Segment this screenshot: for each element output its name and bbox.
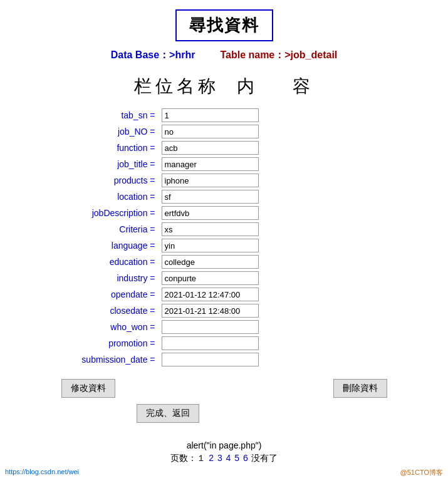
field-input-14[interactable] xyxy=(162,336,259,350)
field-label-10: industry = xyxy=(61,273,162,283)
page-link-4[interactable]: 4 xyxy=(226,453,231,463)
page-link-2[interactable]: 2 xyxy=(209,453,214,463)
field-label-1: job_NO = xyxy=(61,127,162,137)
field-input-2[interactable] xyxy=(162,141,259,155)
field-input-13[interactable] xyxy=(162,320,259,334)
field-label-15: submission_date = xyxy=(61,355,162,365)
page-nav: 页数：１ 2 3 4 5 6 没有了 xyxy=(0,453,448,464)
footer-watermark: @51CTO博客 xyxy=(400,468,443,477)
field-input-6[interactable] xyxy=(162,206,259,220)
field-row: job_NO = xyxy=(61,125,387,138)
field-label-2: function = xyxy=(61,143,162,153)
field-input-1[interactable] xyxy=(162,125,259,138)
field-label-6: jobDescription = xyxy=(61,208,162,218)
field-row: job_title = xyxy=(61,157,387,171)
field-label-14: promotion = xyxy=(61,338,162,348)
field-label-8: language = xyxy=(61,241,162,251)
bottom-bar: https://blog.csdn.net/wei @51CTO博客 xyxy=(0,467,448,479)
buttons-row: 修改資料 刪除資料 xyxy=(61,379,387,398)
field-input-7[interactable] xyxy=(162,222,259,236)
field-input-11[interactable] xyxy=(162,288,259,301)
db-label: Data Base：>hrhr xyxy=(111,49,195,62)
done-row: 完成、返回 xyxy=(61,404,387,432)
field-row: jobDescription = xyxy=(61,206,387,220)
footer-link: https://blog.csdn.net/wei xyxy=(5,468,79,477)
title-box-inner: 尋找資料 xyxy=(175,9,273,41)
field-row: opendate = xyxy=(61,288,387,301)
db-info: Data Base：>hrhr Table name：>job_detail xyxy=(0,49,448,62)
field-label-4: products = xyxy=(61,175,162,185)
page-nav-pages: 2 3 4 5 6 xyxy=(208,453,251,463)
title-box: 尋找資料 xyxy=(0,9,448,41)
field-row: closedate = xyxy=(61,304,387,318)
page-link-6[interactable]: 6 xyxy=(243,453,248,463)
field-row: tab_sn = xyxy=(61,108,387,122)
field-row: language = xyxy=(61,239,387,252)
done-button[interactable]: 完成、返回 xyxy=(137,404,199,423)
field-row: who_won = xyxy=(61,320,387,334)
field-label-5: location = xyxy=(61,192,162,202)
delete-button[interactable]: 刪除資料 xyxy=(333,379,387,398)
field-input-9[interactable] xyxy=(162,255,259,269)
field-input-4[interactable] xyxy=(162,174,259,187)
field-row: Criteria = xyxy=(61,222,387,236)
field-label-13: who_won = xyxy=(61,322,162,332)
field-label-11: opendate = xyxy=(61,289,162,299)
field-label-12: closedate = xyxy=(61,306,162,316)
field-label-0: tab_sn = xyxy=(61,110,162,120)
modify-button[interactable]: 修改資料 xyxy=(61,379,115,398)
field-row: submission_date = xyxy=(61,353,387,366)
page-wrapper: 尋找資料 Data Base：>hrhr Table name：>job_det… xyxy=(0,0,448,488)
page-title: 尋找資料 xyxy=(189,16,259,34)
page-link-3[interactable]: 3 xyxy=(217,453,222,463)
field-row: education = xyxy=(61,255,387,269)
field-label-3: job_title = xyxy=(61,159,162,169)
field-input-12[interactable] xyxy=(162,304,259,318)
field-input-8[interactable] xyxy=(162,239,259,252)
section-header: 栏位名称 内 容 xyxy=(0,75,448,98)
field-label-7: Criteria = xyxy=(61,224,162,234)
field-input-10[interactable] xyxy=(162,271,259,285)
page-nav-nomore: 没有了 xyxy=(251,453,278,463)
field-row: promotion = xyxy=(61,336,387,350)
field-row: function = xyxy=(61,141,387,155)
field-input-3[interactable] xyxy=(162,157,259,171)
field-input-0[interactable] xyxy=(162,108,259,122)
table-label: Table name：>job_detail xyxy=(220,49,337,62)
section-header-text: 栏位名称 内 容 xyxy=(134,75,314,98)
alert-text: alert("in page.php") xyxy=(0,440,448,450)
field-row: industry = xyxy=(61,271,387,285)
fields-table: tab_sn =job_NO =function =job_title =pro… xyxy=(61,108,387,366)
field-input-15[interactable] xyxy=(162,353,259,366)
page-link-5[interactable]: 5 xyxy=(234,453,239,463)
field-row: location = xyxy=(61,190,387,204)
page-nav-label: 页数：１ xyxy=(170,453,206,463)
field-row: products = xyxy=(61,174,387,187)
field-input-5[interactable] xyxy=(162,190,259,204)
field-label-9: education = xyxy=(61,257,162,267)
